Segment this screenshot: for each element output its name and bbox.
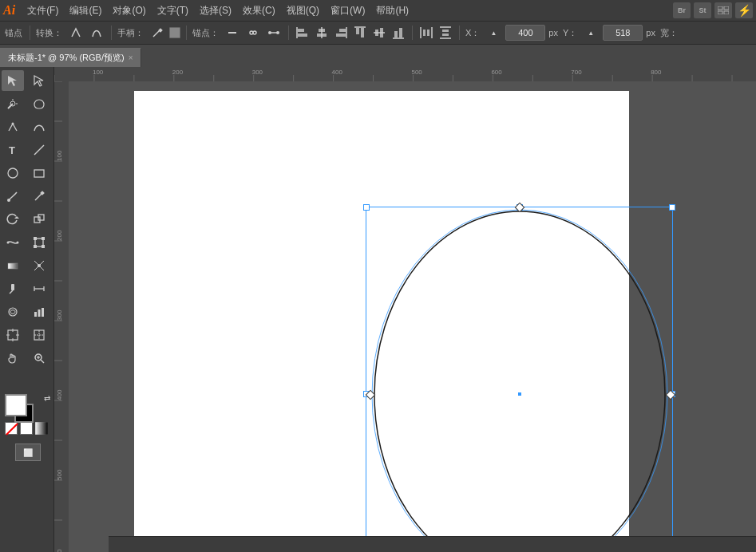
canvas-area: 100 200 300 400 500 600 700 800 [54, 67, 756, 552]
svg-rect-6 [228, 32, 236, 34]
fill-swatch[interactable] [5, 394, 27, 416]
svg-rect-22 [361, 28, 364, 37]
pen-tool-btn[interactable] [2, 116, 24, 137]
mesh-tool-btn[interactable] [28, 255, 50, 276]
artboard [134, 91, 629, 552]
curvature-tool-btn[interactable] [28, 116, 50, 137]
align-right-btn[interactable] [333, 25, 349, 41]
svg-rect-48 [34, 170, 44, 177]
menu-bar: Ai 文件(F) 编辑(E) 对象(O) 文字(T) 选择(S) 效果(C) 视… [0, 0, 756, 21]
svg-line-4 [153, 30, 160, 37]
tool-panel: T [0, 67, 54, 552]
svg-point-135 [374, 211, 665, 552]
menubar-right-icons: Br St ⚡ [673, 2, 753, 18]
arrangement-icon[interactable]: ⚡ [735, 2, 753, 18]
convert-corner-btn[interactable] [67, 24, 85, 41]
scale-tool-btn[interactable] [28, 209, 50, 230]
align-top-btn[interactable] [352, 25, 368, 41]
measure-tool-btn[interactable] [28, 278, 50, 299]
svg-text:400: 400 [332, 69, 343, 76]
align-bottom-btn[interactable] [390, 25, 406, 41]
chart-tool-btn[interactable] [28, 302, 50, 322]
handle-style-box[interactable] [169, 27, 180, 38]
anchor-connect-btn[interactable] [265, 24, 283, 41]
anchor-break-btn[interactable] [244, 24, 262, 41]
y-up-btn[interactable]: ▲ [582, 24, 600, 41]
x-value-input[interactable] [505, 25, 545, 41]
distrib-h-btn[interactable] [418, 25, 434, 41]
pencil-tool-btn[interactable] [28, 186, 50, 207]
align-center-btn[interactable] [314, 25, 330, 41]
svg-text:T: T [9, 144, 15, 156]
handle-mid-right[interactable] [669, 391, 675, 397]
svg-text:300: 300 [56, 310, 63, 321]
x-up-btn[interactable]: ▲ [485, 24, 502, 41]
direct-select-tool-btn[interactable] [28, 70, 50, 91]
lasso-tool-btn[interactable] [28, 93, 50, 114]
hand-tool-btn[interactable] [2, 348, 24, 369]
svg-rect-2 [718, 11, 722, 14]
magic-wand-tool-btn[interactable] [2, 93, 24, 114]
svg-rect-36 [442, 34, 449, 36]
type-tool-btn[interactable]: T [2, 140, 24, 160]
sep2 [111, 26, 112, 40]
ruler-vertical: 100 200 300 400 500 600 [54, 81, 69, 552]
paintbrush-tool-btn[interactable] [2, 186, 24, 207]
gradient-tool-btn[interactable] [2, 255, 24, 276]
swap-fill-stroke-icon[interactable]: ⇄ [44, 394, 50, 403]
y-value-input[interactable] [603, 25, 643, 41]
svg-rect-64 [11, 284, 14, 290]
tab-close-btn[interactable]: × [129, 53, 133, 62]
menu-edit[interactable]: 编辑(E) [64, 2, 107, 19]
align-left-btn[interactable] [295, 25, 311, 41]
handle-mid-left[interactable] [363, 391, 370, 397]
slice-tool-btn[interactable] [28, 325, 50, 345]
artboard-tool-btn[interactable] [2, 325, 24, 345]
ellipse-tool-btn[interactable] [2, 163, 24, 183]
select-tool-btn[interactable] [2, 70, 24, 91]
menu-object[interactable]: 对象(O) [107, 2, 151, 19]
svg-rect-59 [42, 237, 45, 240]
menu-file[interactable]: 文件(F) [22, 2, 64, 19]
svg-text:700: 700 [571, 69, 582, 76]
svg-rect-1 [724, 6, 729, 10]
ruler-horizontal: 100 200 300 400 500 600 700 800 [54, 67, 756, 81]
convert-smooth-btn[interactable] [88, 24, 105, 41]
svg-rect-60 [34, 245, 37, 248]
tab-document[interactable]: 未标题-1* @ 97% (RGB/预览) × [0, 48, 141, 67]
stock-icon[interactable]: St [694, 2, 711, 18]
transform-label: 转换： [36, 27, 62, 39]
svg-text:600: 600 [491, 69, 502, 76]
screen-mode-btn[interactable]: ⬜ [15, 444, 41, 461]
symbol-tool-btn[interactable] [2, 302, 24, 322]
handle-tool-btn[interactable] [148, 24, 166, 41]
none-color-icon[interactable] [5, 422, 18, 435]
handle-label: 手柄： [117, 27, 144, 39]
svg-point-11 [276, 31, 279, 34]
handle-top-right[interactable] [669, 204, 675, 211]
zoom-tool-btn[interactable] [28, 348, 50, 369]
warp-tool-btn[interactable] [2, 232, 24, 253]
workspace-icon[interactable] [714, 2, 732, 18]
svg-point-8 [253, 31, 256, 34]
free-transform-tool-btn[interactable] [28, 232, 50, 253]
bridge-icon[interactable]: Br [673, 2, 691, 18]
align-vcenter-btn[interactable] [371, 25, 387, 41]
menu-select[interactable]: 选择(S) [194, 2, 237, 19]
handle-top-mid[interactable] [517, 204, 523, 211]
menu-view[interactable]: 视图(Q) [281, 2, 325, 19]
menu-window[interactable]: 窗口(W) [325, 2, 370, 19]
anchor-remove-btn[interactable] [224, 24, 241, 41]
menu-help[interactable]: 帮助(H) [370, 2, 414, 19]
svg-rect-62 [8, 263, 18, 269]
distrib-v-btn[interactable] [437, 25, 453, 41]
menu-type[interactable]: 文字(T) [152, 2, 194, 19]
rotate-tool-btn[interactable] [2, 209, 24, 230]
menu-effect[interactable]: 效果(C) [237, 2, 281, 19]
svg-rect-70 [34, 312, 37, 317]
handle-top-left[interactable] [363, 204, 370, 211]
rect-tool-btn[interactable] [28, 163, 50, 183]
svg-line-82 [41, 360, 44, 363]
line-tool-btn[interactable] [28, 140, 50, 160]
eyedropper-tool-btn[interactable] [2, 278, 24, 299]
